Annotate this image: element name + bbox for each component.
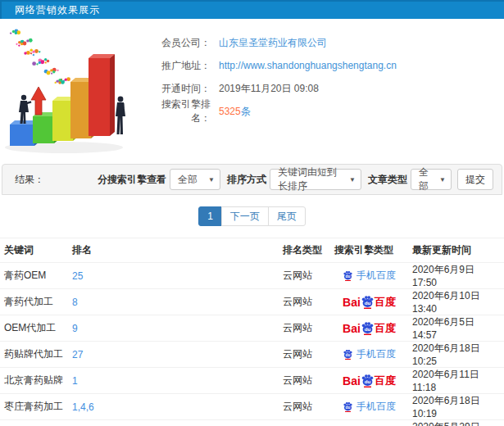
engine-rank-suffix: 条 (241, 106, 251, 117)
updated-time-cell: 2020年5月29日 10:32 (408, 420, 504, 426)
baidu-paw-icon: du (343, 349, 353, 360)
table-row: 北京膏药贴牌1云网站Baidu百度2020年6月11日 11:18 (0, 368, 504, 394)
rank-link[interactable]: 9 (72, 323, 78, 334)
promo-url-link[interactable]: http://www.shandonghuangshengtang.cn (219, 60, 397, 71)
rank-link[interactable]: 1 (72, 375, 78, 387)
page-title: 网络营销效果展示 (2, 3, 100, 17)
rank-cell: 1 (68, 368, 279, 394)
field-engine-rank: 搜索引擎排名： 5325条 (152, 100, 504, 123)
rank-link[interactable]: 8 (72, 297, 78, 308)
engine-type-cell: Baidu百度 (330, 315, 408, 342)
svg-text:du: du (346, 406, 351, 410)
updated-time-cell: 2020年6月11日 11:18 (408, 368, 504, 394)
table-row: 医疗器械厂家4云网站Baidu百度2020年5月29日 10:32 (0, 420, 504, 426)
rank-type-cell: 云网站 (279, 420, 330, 426)
engine-type-cell: Baidu百度 (330, 289, 408, 315)
engine-filter-label: 分搜索引擎查看 (98, 173, 166, 187)
engine-rank-value: 5325条 (219, 105, 251, 119)
businessman-right (116, 97, 125, 134)
chevron-down-icon: ▼ (203, 176, 215, 184)
baidu-paw-icon: du (361, 295, 375, 309)
rank-cell: 1,4,6 (68, 394, 279, 420)
col-rank: 排名 (68, 238, 279, 263)
baidu-paw-icon: du (361, 374, 375, 387)
field-member-company: 会员公司： 山东皇圣堂药业有限公司 (152, 31, 504, 54)
chevron-down-icon: ▼ (344, 176, 356, 184)
updated-time-cell: 2020年6月18日 10:25 (408, 342, 504, 368)
col-keyword: 关键词 (0, 238, 68, 263)
up-arrow-icon (31, 87, 46, 115)
table-row: 枣庄膏药加工1,4,6云网站du手机百度2020年6月18日 10:19 (0, 394, 504, 420)
keyword-cell: 北京膏药贴牌 (0, 368, 68, 394)
svg-text:du: du (365, 378, 371, 384)
col-engine-type: 搜索引擎类型 (330, 238, 408, 263)
rank-type-cell: 云网站 (279, 263, 330, 289)
field-open-time: 开通时间： 2019年11月20日 09:08 (152, 77, 504, 100)
article-type-filter-select[interactable]: 全部 ▼ (411, 169, 452, 190)
rank-cell: 27 (68, 342, 279, 368)
results-filter-bar: 结果： 分搜索引擎查看 全部 ▼ 排序方式 关键词由短到长排序 ▼ 文章类型 全… (2, 164, 502, 195)
results-label: 结果： (15, 173, 44, 187)
rank-type-cell: 云网站 (279, 368, 330, 394)
baidu-logo: Baidu百度 (343, 295, 396, 310)
sort-filter-value: 关键词由短到长排序 (278, 165, 344, 193)
keyword-cell: 膏药代加工 (0, 289, 68, 315)
rank-cell: 25 (68, 263, 279, 289)
keyword-cell: 药贴牌代加工 (0, 342, 68, 368)
results-table-body: 膏药OEM25云网站du手机百度2020年6月9日 17:50膏药代加工8云网站… (0, 263, 504, 426)
engine-filter-value: 全部 (178, 173, 198, 187)
info-fields: 会员公司： 山东皇圣堂药业有限公司 推广地址： http://www.shand… (152, 25, 504, 156)
updated-time-cell: 2020年6月10日 13:40 (408, 289, 504, 315)
header-bar: 网络营销效果展示 (0, 0, 504, 19)
bar-red (89, 54, 115, 136)
engine-filter-select[interactable]: 全部 ▼ (170, 169, 220, 190)
businessman-left (19, 95, 31, 124)
svg-text:du: du (365, 326, 371, 332)
engine-type-cell: Baidu百度 (330, 368, 408, 394)
keyword-cell: OEM代加工 (0, 315, 68, 342)
keyword-cell: 医疗器械厂家 (0, 420, 68, 426)
table-row: OEM代加工9云网站Baidu百度2020年6月5日 14:57 (0, 315, 504, 342)
member-company-link[interactable]: 山东皇圣堂药业有限公司 (219, 36, 327, 50)
rank-type-cell: 云网站 (279, 315, 330, 342)
col-updated: 最新更新时间 (408, 238, 504, 263)
rank-link[interactable]: 25 (72, 270, 83, 282)
baidu-paw-icon: du (343, 401, 353, 412)
updated-time-cell: 2020年6月5日 14:57 (408, 315, 504, 342)
rank-cell: 8 (68, 289, 279, 315)
chevron-down-icon: ▼ (434, 176, 446, 184)
keyword-cell: 枣庄膏药加工 (0, 394, 68, 420)
baidu-paw-icon: du (361, 321, 375, 335)
promo-url-label: 推广地址： (152, 59, 211, 73)
engine-type-cell: du手机百度 (330, 263, 408, 289)
updated-time-cell: 2020年6月9日 17:50 (408, 263, 504, 289)
updated-time-cell: 2020年6月18日 10:19 (408, 394, 504, 420)
table-row: 膏药OEM25云网站du手机百度2020年6月9日 17:50 (0, 263, 504, 289)
keyword-cell: 膏药OEM (0, 263, 68, 289)
rank-link[interactable]: 27 (72, 349, 83, 360)
submit-button[interactable]: 提交 (457, 169, 493, 190)
article-type-filter-value: 全部 (419, 165, 434, 193)
mobile-baidu-logo: du手机百度 (343, 269, 396, 283)
mobile-baidu-logo: du手机百度 (343, 400, 396, 414)
table-row: 膏药代加工8云网站Baidu百度2020年6月10日 13:40 (0, 289, 504, 315)
info-section: 会员公司： 山东皇圣堂药业有限公司 推广地址： http://www.shand… (0, 25, 504, 156)
article-type-filter-label: 文章类型 (368, 173, 407, 187)
rank-link[interactable]: 1,4,6 (72, 401, 94, 413)
rank-cell: 4 (68, 420, 279, 426)
sort-filter-select[interactable]: 关键词由短到长排序 ▼ (270, 169, 361, 190)
member-company-label: 会员公司： (152, 36, 211, 50)
field-promo-url: 推广地址： http://www.shandonghuangshengtang.… (152, 54, 504, 77)
svg-text:du: du (346, 274, 351, 279)
baidu-paw-icon: du (343, 270, 353, 281)
confetti-decoration (10, 29, 70, 84)
page-button-current[interactable]: 1 (198, 206, 222, 226)
open-time-label: 开通时间： (152, 82, 211, 96)
page-button-next[interactable]: 下一页 (221, 206, 269, 226)
engine-rank-count: 5325 (219, 106, 241, 117)
engine-type-cell: Baidu百度 (330, 420, 408, 426)
page-button-last[interactable]: 尾页 (268, 206, 306, 226)
open-time-value: 2019年11月20日 09:08 (219, 82, 319, 96)
rank-type-cell: 云网站 (279, 289, 330, 315)
svg-text:du: du (346, 353, 351, 357)
